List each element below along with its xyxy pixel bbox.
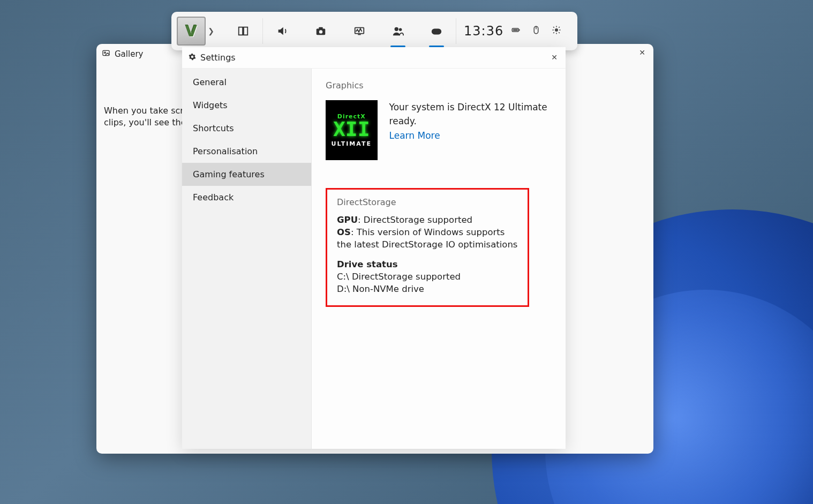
learn-more-link[interactable]: Learn More — [389, 130, 440, 141]
xbox-social-button[interactable] — [379, 12, 417, 50]
settings-content: Graphics DirectX XII ULTIMATE Your syste… — [312, 69, 566, 449]
settings-window: Settings ✕ General Widgets Shortcuts Per… — [182, 47, 566, 449]
gallery-text-line2: clips, you'll see them — [104, 117, 194, 127]
graphics-section-label: Graphics — [326, 80, 552, 91]
people-icon — [392, 25, 404, 37]
badge-x: X — [333, 120, 345, 138]
svg-rect-16 — [519, 29, 520, 31]
speaker-icon — [276, 25, 288, 37]
svg-point-5 — [319, 30, 322, 33]
sidebar-item-widgets[interactable]: Widgets — [182, 94, 311, 117]
system-tray — [511, 25, 571, 37]
svg-point-1 — [104, 52, 106, 54]
audio-button[interactable] — [263, 12, 302, 50]
sidebar-item-label: Feedback — [193, 192, 234, 202]
capture-button[interactable] — [302, 12, 340, 50]
gallery-close-button[interactable]: ✕ — [634, 46, 650, 59]
resources-button[interactable] — [417, 12, 456, 50]
settings-close-button[interactable]: ✕ — [546, 50, 562, 64]
sidebar-item-label: General — [193, 77, 227, 87]
performance-button[interactable] — [340, 12, 379, 50]
game-letter: V — [185, 22, 197, 40]
widgets-button[interactable] — [224, 12, 262, 50]
os-label: OS — [337, 227, 351, 237]
settings-sidebar: General Widgets Shortcuts Personalisatio… — [182, 69, 312, 449]
sidebar-item-general[interactable]: General — [182, 71, 311, 94]
drive-status-label: Drive status — [337, 258, 518, 270]
camera-icon — [315, 25, 327, 37]
svg-rect-2 — [239, 27, 243, 35]
directx-badge: DirectX XII ULTIMATE — [326, 100, 378, 160]
svg-point-10 — [399, 28, 402, 32]
gallery-icon — [102, 49, 110, 59]
close-icon: ✕ — [551, 53, 558, 62]
drive-row: D:\ Non-NVMe drive — [337, 283, 518, 295]
sidebar-item-personalisation[interactable]: Personalisation — [182, 140, 311, 163]
sidebar-item-feedback[interactable]: Feedback — [182, 186, 311, 209]
badge-ii: II — [345, 120, 370, 138]
sidebar-item-label: Gaming features — [193, 169, 265, 179]
sidebar-item-label: Shortcuts — [193, 123, 234, 133]
chevron-right-icon[interactable]: ❯ — [206, 27, 216, 35]
mouse-icon[interactable] — [531, 25, 541, 37]
settings-header: Settings ✕ — [182, 47, 566, 69]
close-icon: ✕ — [639, 48, 645, 57]
directx-status-text: Your system is DirectX 12 Ultimate ready… — [389, 100, 552, 129]
settings-title: Settings — [200, 52, 236, 63]
controller-icon — [431, 25, 442, 37]
sidebar-item-label: Personalisation — [193, 146, 258, 156]
svg-point-13 — [439, 32, 440, 33]
directstorage-highlight-box: DirectStorage GPU: DirectStorage support… — [326, 188, 529, 307]
gear-icon — [189, 52, 196, 63]
directstorage-section-label: DirectStorage — [337, 197, 518, 207]
drive-row: C:\ DirectStorage supported — [337, 270, 518, 283]
gpu-value: : DirectStorage supported — [358, 215, 472, 225]
os-value: : This version of Windows supports the l… — [337, 227, 517, 250]
svg-rect-8 — [358, 34, 361, 35]
gpu-label: GPU — [337, 215, 358, 225]
clock: 13:36 — [456, 24, 511, 39]
svg-rect-6 — [319, 27, 322, 29]
xbox-game-bar: V ❯ 13:36 — [171, 12, 577, 50]
settings-gear-button[interactable] — [552, 25, 561, 37]
battery-icon[interactable] — [511, 25, 521, 37]
sidebar-item-shortcuts[interactable]: Shortcuts — [182, 117, 311, 140]
svg-point-9 — [395, 27, 398, 31]
gallery-text-line1: When you take scree — [104, 106, 194, 116]
sidebar-item-gaming-features[interactable]: Gaming features — [182, 163, 311, 186]
performance-icon — [353, 25, 365, 37]
svg-point-19 — [555, 29, 558, 32]
gear-icon — [552, 25, 561, 35]
game-icon[interactable]: V — [177, 17, 206, 46]
svg-rect-15 — [513, 29, 518, 31]
svg-rect-3 — [244, 27, 247, 35]
sidebar-item-label: Widgets — [193, 100, 228, 110]
gallery-title: Gallery — [115, 49, 143, 59]
widgets-icon — [237, 25, 249, 37]
badge-line3: ULTIMATE — [332, 140, 372, 147]
